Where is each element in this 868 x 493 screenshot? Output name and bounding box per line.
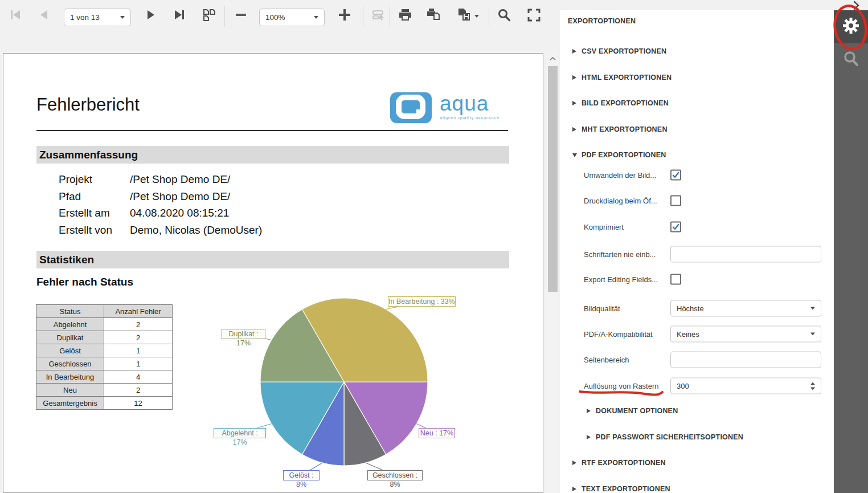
checkbox-umwandeln-der-bild[interactable] [670, 170, 681, 181]
export-button[interactable] [452, 5, 482, 27]
checkbox-druckdialog-beim-öf[interactable] [670, 195, 681, 206]
zoom-in-button[interactable] [334, 5, 355, 27]
side-tab-strip [834, 10, 868, 493]
chevron-down-icon [810, 307, 815, 310]
select-value: Höchste [677, 304, 704, 313]
table-row: Gelöst1 [36, 344, 173, 357]
aqua-logo-tagline: aligned quality assurance [440, 115, 499, 120]
panel-title: EXPORTOPTIONEN [568, 17, 636, 25]
pie-callout-neu: Neu : 17% [419, 428, 455, 438]
spinner-down-icon[interactable] [810, 387, 815, 390]
plus-icon [337, 7, 352, 25]
table-row: Neu2 [36, 384, 173, 397]
field-label: Komprimiert [584, 223, 624, 231]
last-page-button[interactable] [169, 5, 190, 27]
input-schriftarten-nie-einb[interactable] [670, 246, 821, 263]
collapse-panel-chevron[interactable] [853, 1, 860, 10]
field-row-pdf-a-kompatibilität: PDF/A-KompatibilitätKeines [560, 321, 828, 347]
section-label: CSV EXPORTOPTIONEN [582, 47, 666, 55]
section-label: TEXT EXPORTOPTIONEN [582, 485, 670, 493]
print-page-icon [425, 7, 441, 25]
page-selector[interactable]: 1 von 13 [64, 9, 131, 26]
search-button[interactable] [493, 5, 515, 27]
input-seitenbereich[interactable] [670, 352, 821, 368]
summary-section-header: Zusammenfassung [36, 146, 509, 164]
table-cell: Gesamtergebnis [36, 397, 104, 410]
section-label: RTF EXPORTOPTIONEN [582, 459, 666, 467]
table-cell: 2 [104, 318, 173, 331]
status-table: StatusAnzahl FehlerAbgelehnt2Duplikat2Ge… [36, 304, 173, 410]
previous-page-button[interactable] [33, 5, 55, 27]
table-cell: 2 [104, 384, 173, 397]
editing-fields-icon [371, 7, 387, 25]
chevron-expanded-icon [572, 153, 577, 157]
panel-section-csv-exportoptionen[interactable]: CSV EXPORTOPTIONEN [572, 38, 666, 64]
section-label: HTML EXPORTOPTIONEN [582, 74, 672, 82]
panel-section-bild-exportoptionen[interactable]: BILD EXPORTOPTIONEN [572, 90, 669, 116]
select-bildqualität[interactable]: Höchste [670, 300, 821, 317]
pie-chart-svg [211, 288, 462, 488]
chevron-collapsed-icon [572, 461, 576, 465]
field-label: Bildqualität [584, 304, 620, 313]
full-screen-button[interactable] [523, 5, 544, 27]
magnifier-icon [842, 50, 860, 70]
chevron-collapsed-icon [572, 487, 576, 491]
aqua-logo-text: aqua aligned quality assurance [440, 92, 499, 120]
field-row-auflösung-von-rastern: Auflösung von Rastern300 [560, 373, 828, 399]
field-row-umwandeln-der-bild: Umwandeln der Bild... [560, 162, 828, 188]
print-page-button[interactable] [423, 5, 444, 27]
field-row-seitenbereich: Seitenbereich [560, 347, 828, 373]
checkmark-icon [672, 223, 680, 231]
spinner-up-icon[interactable] [810, 382, 815, 385]
pie-callout-gelöst: Gelöst : 8% [283, 470, 320, 480]
spinner-value: 300 [677, 382, 689, 390]
checkbox-komprimiert[interactable] [670, 222, 681, 233]
panel-section-rtf-exportoptionen[interactable]: RTF EXPORTOPTIONEN [572, 450, 666, 476]
field-row-druckdialog-beim-öf: Druckdialog beim Öf... [560, 188, 828, 214]
checkbox-export-editing-fields[interactable] [670, 274, 681, 285]
pie-callout-in-bearbeitung: In Bearbeitung : 33% [388, 296, 456, 307]
spinner-arrows[interactable] [810, 382, 815, 390]
field-label: Auflösung von Rastern [584, 382, 659, 390]
toolbar-separator [363, 6, 363, 27]
chevron-collapsed-icon [572, 101, 576, 105]
report-page: Fehlerbericht aqua aligned quality assur… [3, 53, 543, 493]
highlight-editing-fields-button[interactable] [368, 5, 390, 27]
checkmark-icon [672, 171, 680, 180]
next-page-button[interactable] [140, 5, 162, 27]
fullscreen-icon [526, 7, 542, 25]
scroll-up-button[interactable] [547, 53, 558, 64]
first-page-icon [8, 7, 23, 25]
scrollbar-thumb[interactable] [548, 66, 558, 292]
panel-section-mht-exportoptionen[interactable]: MHT EXPORTOPTIONEN [572, 116, 668, 142]
table-row: Abgelehnt2 [36, 318, 173, 331]
document-viewer-window: 1 von 13 100% [0, 0, 868, 493]
export-options-tab[interactable] [834, 10, 868, 43]
zoom-out-button[interactable] [230, 5, 252, 27]
multi-page-icon [202, 7, 217, 25]
summary-label: Projekt [59, 173, 130, 186]
zoom-selector-value: 100% [265, 13, 285, 22]
select-pdf-a-kompatibilität[interactable]: Keines [670, 326, 821, 343]
print-button[interactable] [394, 5, 416, 27]
panel-section-html-exportoptionen[interactable]: HTML EXPORTOPTIONEN [572, 64, 672, 91]
zoom-selector[interactable]: 100% [259, 9, 325, 26]
table-header-cell: Anzahl Fehler [104, 305, 173, 318]
panel-section-dokument-optionen[interactable]: DOKUMENT OPTIONEN [587, 398, 678, 424]
multi-page-view-button[interactable] [198, 5, 220, 27]
table-header-row: StatusAnzahl Fehler [36, 305, 173, 318]
section-label: PDF PASSWORT SICHERHEITSOPTIONEN [596, 433, 743, 441]
table-cell: In Bearbeitung [36, 370, 104, 384]
summary-value: /Pet Shop Demo DE/ [130, 173, 230, 186]
magnifier-icon [497, 7, 512, 25]
panel-section-pdf-passwort-sicherheitsoptionen[interactable]: PDF PASSWORT SICHERHEITSOPTIONEN [587, 424, 743, 450]
search-tab[interactable] [834, 43, 868, 76]
summary-row-erstellt-von: Erstellt vonDemo, Nicolas (DemoUser) [59, 222, 262, 239]
first-page-button[interactable] [5, 5, 26, 27]
vertical-scrollbar[interactable] [547, 53, 558, 493]
panel-top-band [560, 0, 868, 10]
spinner-auflösung-von-rastern[interactable]: 300 [670, 378, 821, 394]
table-cell: 2 [104, 331, 173, 344]
chevron-down-icon [810, 333, 815, 336]
panel-section-text-exportoptionen[interactable]: TEXT EXPORTOPTIONEN [572, 476, 670, 493]
